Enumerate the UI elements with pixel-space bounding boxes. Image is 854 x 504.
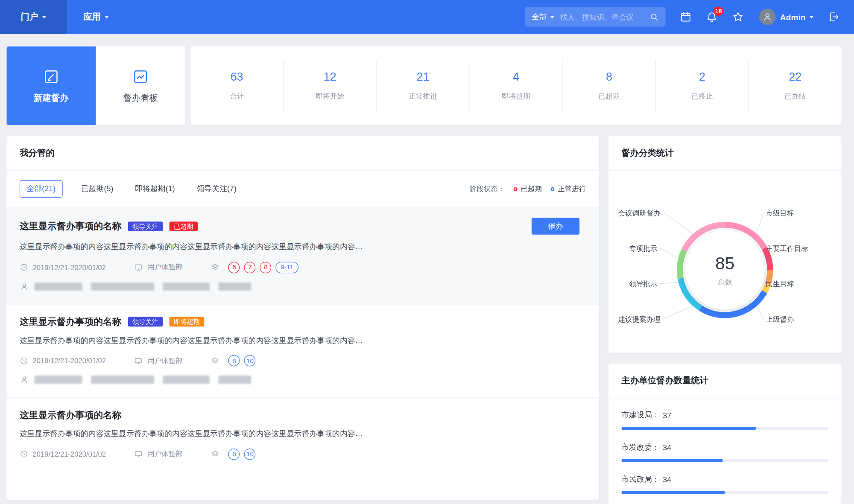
task-item[interactable]: 这里显示督办事项的名称 这里显示督办事项的内容这里显示督办事项的内容这里显示督办… (6, 397, 599, 473)
redacted-name (34, 282, 82, 290)
bar-track (621, 459, 828, 462)
stat-upcoming: 12 即将开始 (284, 70, 376, 102)
notification-badge: 18 (714, 6, 723, 16)
redacted-name (163, 376, 210, 384)
badge-leader-focus: 领导关注 (128, 221, 163, 231)
category-label: 上级督办 (766, 315, 794, 324)
bar-track (621, 427, 828, 430)
stage-nodes: 8 10 (211, 355, 256, 367)
stat-overdue: 8 已超期 (563, 70, 655, 102)
tab-leader-focus[interactable]: 领导关注(7) (197, 184, 237, 194)
stat-terminated: 2 已终止 (656, 70, 749, 102)
department: 用户体验部 (134, 449, 183, 459)
org-label: 市发改委： (621, 443, 659, 452)
org-label: 市建设局： (621, 411, 659, 420)
category-label: 专项批示 (629, 244, 657, 253)
legend-normal: 正常进行 (551, 184, 586, 194)
org-value: 37 (663, 411, 671, 420)
caret-down-icon (42, 15, 46, 18)
stat-near-overdue: 4 即将超期 (470, 70, 562, 102)
donut-total-value: 85 (608, 253, 842, 274)
stage-node[interactable]: 9-11 (276, 262, 298, 273)
caret-down-icon (809, 15, 813, 18)
stat-in-progress: 21 正常推进 (377, 70, 469, 102)
username: Admin (780, 12, 806, 22)
search-input[interactable] (560, 13, 649, 21)
task-item[interactable]: 这里显示督办事项的名称 领导关注 已超期 催办 这里显示督办事项的内容这里显示督… (6, 207, 599, 304)
category-stats-card: 督办分类统计 (608, 136, 842, 353)
task-title[interactable]: 这里显示督办事项的名称 (20, 220, 122, 232)
org-bars: 市建设局： 37 市发改委： 34 (608, 399, 842, 504)
org-bar-row: 市建设局： 37 (621, 411, 828, 430)
favorites-star-icon[interactable] (732, 11, 744, 23)
org-bar-row: 市民政局： 34 (621, 475, 828, 494)
tab-all[interactable]: 全部(21) (20, 180, 63, 198)
org-label: 市民政局： (621, 475, 659, 484)
app-viewport: 门户 应用 全部 (0, 0, 854, 504)
task-title[interactable]: 这里显示督办事项的名称 (20, 409, 122, 421)
stage-status-legend: 阶段状态： 已超期 正常进行 (469, 184, 586, 194)
new-task-button[interactable]: 新建督办 (6, 46, 96, 125)
redacted-name (218, 282, 251, 290)
clock-icon (20, 450, 28, 458)
date-range: 2019/12/21-2020/01/02 (20, 263, 106, 271)
department: 用户体验部 (134, 356, 183, 366)
nav-portal[interactable]: 门户 (0, 0, 67, 34)
user-menu[interactable]: Admin (759, 9, 813, 25)
org-stats-card: 主办单位督办数量统计 市建设局： 37 市发改委： (608, 364, 842, 504)
stage-nodes: 8 10 (211, 449, 256, 460)
top-navbar: 门户 应用 全部 (0, 0, 854, 34)
chart-icon (132, 68, 149, 85)
date-range: 2019/12/21-2020/01/02 (20, 450, 106, 458)
logout-icon[interactable] (828, 11, 840, 23)
normal-dot-icon (551, 187, 555, 191)
new-task-label: 新建督办 (34, 92, 69, 104)
category-label: 会议调研督办 (618, 209, 661, 218)
stages-icon (211, 356, 219, 365)
department: 用户体验部 (134, 262, 183, 272)
stages-icon (211, 263, 219, 271)
stage-node[interactable]: 7 (244, 262, 256, 273)
nav-apps[interactable]: 应用 (67, 0, 125, 34)
donut-total-label: 总数 (608, 277, 842, 287)
badge-near-overdue: 即将超期 (170, 317, 205, 326)
task-title[interactable]: 这里显示督办事项的名称 (20, 315, 122, 328)
stage-node[interactable]: 6 (228, 262, 240, 273)
bar-track (621, 491, 828, 495)
date-range: 2019/12/21-2020/01/02 (20, 356, 106, 365)
task-item[interactable]: 这里显示督办事项的名称 领导关注 即将超期 这里显示督办事项的内容这里显示督办事… (6, 304, 599, 397)
task-meta: 2019/12/21-2020/01/02 用户体验部 8 10 (20, 449, 586, 460)
tab-near-overdue[interactable]: 即将超期(1) (135, 184, 175, 194)
org-value: 34 (663, 443, 671, 452)
search-icon[interactable] (649, 12, 659, 22)
department-icon (134, 450, 143, 458)
urge-button[interactable]: 催办 (532, 218, 579, 235)
user-avatar (759, 9, 775, 25)
stage-node[interactable]: 8 (228, 449, 240, 460)
stage-node[interactable]: 8 (260, 262, 272, 273)
org-value: 34 (663, 475, 671, 484)
board-button[interactable]: 督办看板 (96, 46, 185, 125)
stage-node[interactable]: 8 (228, 355, 240, 367)
tab-overdue[interactable]: 已超期(5) (81, 184, 113, 194)
clock-icon (20, 263, 28, 271)
redacted-name (163, 282, 210, 290)
overdue-dot-icon (514, 187, 518, 191)
task-filter-tabs: 全部(21) 已超期(5) 即将超期(1) 领导关注(7) 阶段状态： 已超期 … (6, 171, 599, 207)
notifications-bell-icon[interactable]: 18 (706, 11, 718, 23)
category-label: 市级目标 (766, 209, 794, 218)
badge-leader-focus: 领导关注 (128, 317, 163, 326)
stage-node[interactable]: 10 (244, 449, 256, 460)
edit-icon (42, 68, 60, 85)
calendar-icon[interactable] (680, 11, 692, 23)
task-content: 这里显示督办事项的内容这里显示督办事项的内容这里显示督办事项的内容这里显示督办事… (20, 242, 466, 252)
category-label: 主要工作目标 (766, 244, 808, 253)
task-content: 这里显示督办事项的内容这里显示督办事项的内容这里显示督办事项的内容这里显示督办事… (20, 428, 466, 439)
main-row: 我分管的 全部(21) 已超期(5) 即将超期(1) 领导关注(7) 阶段状态：… (6, 136, 841, 504)
stage-node[interactable]: 10 (244, 355, 256, 367)
search-scope-dropdown[interactable]: 全部 (532, 12, 555, 22)
bar-fill (621, 459, 722, 462)
bar-fill (621, 491, 725, 495)
task-content: 这里显示督办事项的内容这里显示督办事项的内容这里显示督办事项的内容这里显示督办事… (20, 335, 466, 346)
top-row: 新建督办 督办看板 63 合计 12 即将开始 21 正常推进 (6, 46, 841, 125)
